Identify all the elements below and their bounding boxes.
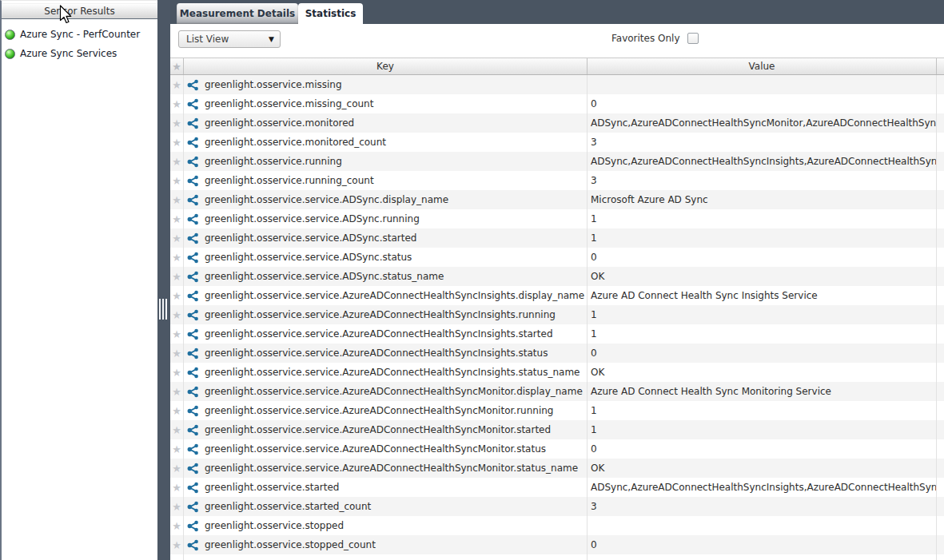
value-cell: 1 xyxy=(588,209,937,228)
table-row[interactable]: ★ greenlight.osservice.service.AzureADCo… xyxy=(170,439,944,459)
star-icon[interactable]: ★ xyxy=(172,176,181,186)
metric-share-icon xyxy=(187,137,199,149)
value-column-header[interactable]: Value xyxy=(588,58,937,74)
key-cell: greenlight.osservice.stopped_count xyxy=(184,535,588,554)
star-icon[interactable]: ★ xyxy=(172,540,181,550)
favorite-cell: ★ xyxy=(170,286,184,305)
row-value: Azure AD Connect Health Sync Monitoring … xyxy=(591,386,831,397)
star-icon[interactable]: ★ xyxy=(172,444,181,455)
table-row[interactable]: ★ greenlight.osservice.monitored xyxy=(170,113,944,133)
extra-cell xyxy=(937,113,944,133)
table-row[interactable]: ★ greenlight.osservice.service.AzureADCo… xyxy=(170,305,944,324)
row-key: greenlight.osservice.missing_count xyxy=(205,98,373,109)
value-cell: 3 xyxy=(588,133,937,152)
sensor-item-azure-sync-services[interactable]: Azure Sync Services xyxy=(2,44,157,63)
table-row[interactable]: ★ greenlight.osservice.stopped xyxy=(170,516,944,535)
key-cell: greenlight.osservice.service.AzureADConn… xyxy=(184,324,588,344)
key-column-header[interactable]: Key xyxy=(184,58,588,74)
star-icon[interactable]: ★ xyxy=(172,118,181,129)
panel-splitter[interactable] xyxy=(157,0,170,560)
star-icon[interactable]: ★ xyxy=(172,157,181,167)
key-cell: greenlight.osservice.service.ADSync.disp… xyxy=(184,190,588,209)
star-icon[interactable]: ★ xyxy=(172,272,181,282)
table-row[interactable]: ★ greenlight.osservice.service.AzureADCo… xyxy=(170,382,944,401)
favorite-cell: ★ xyxy=(170,113,184,133)
star-icon[interactable]: ★ xyxy=(172,291,181,301)
star-icon[interactable]: ★ xyxy=(172,463,181,474)
star-icon[interactable]: ★ xyxy=(172,214,181,224)
value-cell: OK xyxy=(588,363,937,382)
row-key: greenlight.osservice.service.AzureADConn… xyxy=(205,405,553,416)
table-row[interactable]: ★ greenlight.osservice.service.ADSync.ru… xyxy=(170,209,944,228)
table-row[interactable]: ★ greenlight.osservice.running_count xyxy=(170,171,944,190)
star-icon[interactable]: ★ xyxy=(172,310,181,320)
metric-share-icon xyxy=(187,213,199,225)
row-key: greenlight.osservice.service.ADSync.star… xyxy=(205,232,416,244)
table-row[interactable]: ★ greenlight.osservice.service.ADSync.st… xyxy=(170,267,944,286)
table-row[interactable]: ★ greenlight.osservice.service.AzureADCo… xyxy=(170,324,944,344)
sensor-item-label: Azure Sync Services xyxy=(20,48,117,59)
star-icon[interactable]: ★ xyxy=(172,195,181,205)
value-cell: ADSync,AzureADConnectHealthSyncInsights,… xyxy=(588,152,937,171)
table-row[interactable]: ★ greenlight.osservice.monitored_count xyxy=(170,133,944,152)
tab-measurement-details[interactable]: Measurement Details xyxy=(177,3,298,24)
row-value: 0 xyxy=(591,252,597,263)
star-icon[interactable]: ★ xyxy=(172,99,181,109)
metric-share-icon xyxy=(187,539,199,551)
table-row[interactable]: ★ greenlight.osservice.missing_count xyxy=(170,94,944,113)
metric-share-icon xyxy=(187,386,199,398)
star-icon[interactable]: ★ xyxy=(172,387,181,397)
metric-share-icon xyxy=(187,175,199,187)
table-row[interactable]: ★ greenlight.osservice.service.AzureADCo… xyxy=(170,344,944,363)
star-icon[interactable]: ★ xyxy=(172,502,181,512)
table-row[interactable]: ★ greenlight.osservice.service.AzureADCo… xyxy=(170,363,944,382)
star-icon[interactable]: ★ xyxy=(172,329,181,340)
favorite-cell: ★ xyxy=(170,344,184,363)
favorite-cell: ★ xyxy=(170,497,184,516)
favorite-cell: ★ xyxy=(170,516,184,535)
favorite-column-header[interactable]: ★ xyxy=(170,58,184,74)
table-row[interactable]: ★ greenlight.osservice.service.AzureADCo… xyxy=(170,420,944,439)
key-cell: greenlight.osservice.monitored_count xyxy=(184,133,588,152)
star-icon[interactable]: ★ xyxy=(172,233,181,244)
table-row[interactable]: ★ greenlight.osservice.service.ADSync.st… xyxy=(170,248,944,267)
extra-cell xyxy=(937,190,944,209)
table-row[interactable]: ★ greenlight.osservice.started_count xyxy=(170,497,944,516)
star-icon[interactable]: ★ xyxy=(172,425,181,435)
tab-statistics[interactable]: Statistics xyxy=(298,3,363,24)
tab-bar: Measurement Details Statistics xyxy=(170,0,944,24)
star-icon[interactable]: ★ xyxy=(172,406,181,416)
table-row[interactable]: ★ greenlight.osservice.service.ADSync.st… xyxy=(170,228,944,248)
splitter-grip-icon[interactable] xyxy=(159,299,168,320)
table-row[interactable]: ★ greenlight.osservice.service.AzureADCo… xyxy=(170,459,944,478)
status-ok-icon xyxy=(5,30,15,40)
table-row[interactable]: ★ greenlight.osservice.service.AzureADCo… xyxy=(170,286,944,305)
sensor-item-azure-sync-perfcounter[interactable]: Azure Sync - PerfCounter xyxy=(2,25,157,44)
extra-cell xyxy=(937,94,944,113)
favorite-cell: ★ xyxy=(170,420,184,439)
favorites-only-checkbox[interactable] xyxy=(687,33,699,44)
extra-cell xyxy=(937,401,944,420)
star-icon[interactable]: ★ xyxy=(172,348,181,359)
table-row[interactable]: ★ greenlight.osservice.stopped_count xyxy=(170,535,944,554)
star-icon[interactable]: ★ xyxy=(172,137,181,148)
star-icon[interactable]: ★ xyxy=(172,367,181,378)
view-mode-select[interactable]: List View ▼ xyxy=(178,30,281,48)
table-row[interactable]: ★ greenlight.osservice.service.ADSync.di… xyxy=(170,190,944,209)
favorite-cell: ★ xyxy=(170,535,184,554)
star-icon[interactable]: ★ xyxy=(172,252,181,263)
row-key: greenlight.osservice.running_count xyxy=(205,175,374,186)
star-icon[interactable]: ★ xyxy=(172,80,181,90)
metric-share-icon xyxy=(187,463,199,475)
key-cell: greenlight.osservice.service.AzureADConn… xyxy=(184,286,588,305)
value-cell: 3 xyxy=(588,497,937,516)
table-row[interactable]: ★ greenlight.osservice.service.AzureADCo… xyxy=(170,401,944,420)
row-key: greenlight.osservice.running xyxy=(205,156,342,167)
favorite-cell: ★ xyxy=(170,363,184,382)
star-icon[interactable]: ★ xyxy=(172,483,181,493)
table-row[interactable]: ★ greenlight.osservice.missing xyxy=(170,75,944,94)
star-icon[interactable]: ★ xyxy=(172,521,181,531)
key-cell: greenlight.osservice.service.AzureADConn… xyxy=(184,363,588,382)
table-row[interactable]: ★ greenlight.osservice.running xyxy=(170,152,944,171)
table-row[interactable]: ★ greenlight.osservice.started xyxy=(170,478,944,497)
